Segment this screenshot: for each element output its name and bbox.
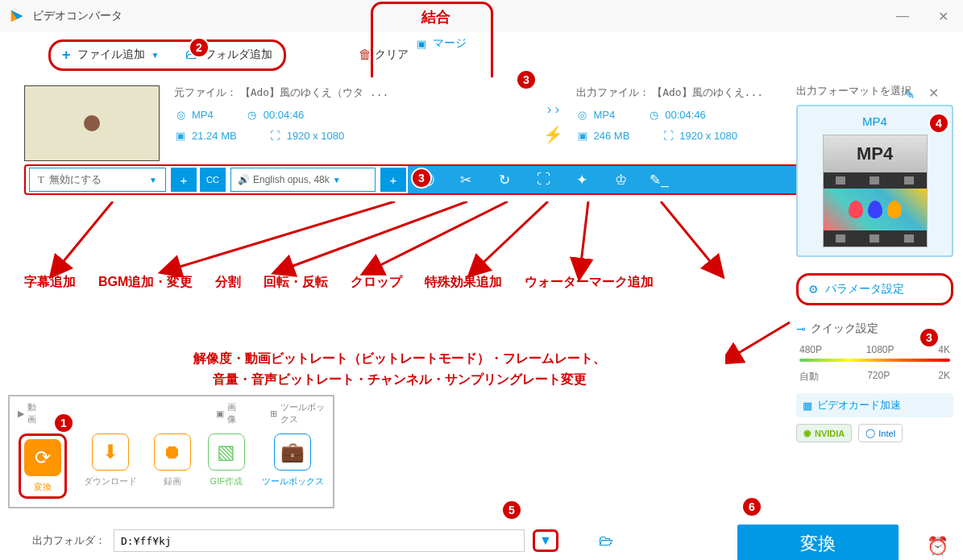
open-folder-button[interactable]: 🗁 bbox=[599, 533, 613, 550]
close-button[interactable]: ✕ bbox=[932, 6, 955, 27]
combine-label: 結合 bbox=[421, 7, 450, 27]
cut-button[interactable]: ✂ bbox=[446, 166, 485, 193]
output-resolution: 1920 x 1080 bbox=[679, 130, 737, 142]
arrow-icon: › › bbox=[547, 102, 559, 117]
param-annotation: 解像度・動画ビットレート（ビットレートモード）・フレームレート、 音量・音声ビッ… bbox=[193, 348, 606, 389]
convert-button[interactable]: 変換 bbox=[737, 525, 899, 560]
merge-button[interactable]: ▣ マージ bbox=[409, 31, 475, 56]
svg-line-1 bbox=[169, 201, 395, 270]
resolution-slider[interactable] bbox=[799, 359, 950, 362]
crop-button[interactable]: ⛶ bbox=[524, 166, 562, 193]
format-thumbnail: MP4 bbox=[823, 135, 928, 247]
add-file-group: + ファイル追加 ▼ 🗁 フォルダ追加 bbox=[48, 39, 286, 71]
format-icon: ◎ bbox=[174, 108, 187, 121]
convert-icon: ⟳ bbox=[24, 439, 61, 476]
source-info: 元ファイル： 【Ado】風のゆくえ（ウタ ... ◎MP4 ◷00:04:46 … bbox=[168, 85, 538, 161]
parameter-settings-button[interactable]: ⚙ パラメータ設定 bbox=[796, 273, 953, 305]
mode-toolbox[interactable]: 💼 ツールボックス bbox=[262, 433, 324, 499]
minimize-button[interactable]: — bbox=[890, 6, 915, 27]
text-icon: T bbox=[38, 173, 44, 186]
add-file-button[interactable]: ファイル追加 bbox=[77, 48, 145, 62]
source-resolution: 1920 x 1080 bbox=[287, 130, 345, 142]
output-format: MP4 bbox=[594, 109, 616, 121]
source-filename: 【Ado】風のゆくえ（ウタ ... bbox=[240, 86, 389, 98]
source-duration: 00:04:46 bbox=[264, 109, 305, 121]
step-badge-3c: 3 bbox=[919, 327, 940, 348]
output-filename: 【Ado】風のゆくえ... bbox=[652, 86, 763, 98]
gpu-acceleration-toggle[interactable]: ▦ ビデオカード加速 bbox=[796, 393, 953, 417]
edit-tool-annotations: 字幕追加 BGM追加・変更 分割 回転・反転 クロップ 特殊効果追加 ウォーター… bbox=[24, 274, 654, 291]
toolbox-icon: 💼 bbox=[274, 433, 311, 471]
svg-line-6 bbox=[661, 201, 717, 270]
mode-convert[interactable]: ⟳ 変換 bbox=[19, 433, 67, 499]
intel-badge: ◯Intel bbox=[858, 424, 903, 442]
effects-button[interactable]: ✦ bbox=[562, 166, 601, 193]
tab-image[interactable]: ▣ 画像 bbox=[216, 401, 238, 425]
subtitle-select[interactable]: T 無効にする ▼ bbox=[29, 168, 166, 192]
svg-line-4 bbox=[475, 201, 548, 270]
svg-line-3 bbox=[371, 201, 508, 270]
svg-line-5 bbox=[580, 201, 588, 270]
plus-icon: + bbox=[62, 47, 71, 64]
format-name: MP4 bbox=[806, 114, 944, 128]
mode-download[interactable]: ⬇ ダウンロード bbox=[84, 433, 137, 499]
logo-icon bbox=[8, 7, 26, 25]
add-audio-button[interactable]: + bbox=[380, 168, 406, 192]
schedule-button[interactable]: ⏰ bbox=[927, 536, 948, 557]
chevron-down-icon[interactable]: ▼ bbox=[152, 51, 160, 60]
tab-toolbox[interactable]: ⊞ ツールボックス bbox=[270, 401, 325, 425]
app-logo: ビデオコンバータ bbox=[8, 7, 122, 25]
cc-button[interactable]: CC bbox=[200, 168, 226, 192]
merge-icon: ▣ bbox=[417, 38, 426, 50]
resolution-icon: ⛶ bbox=[269, 129, 282, 142]
mode-gif[interactable]: ▧ GIF作成 bbox=[208, 433, 245, 499]
rotate-button[interactable]: ↻ bbox=[485, 166, 524, 193]
svg-line-2 bbox=[282, 201, 467, 270]
resolution-icon: ⛶ bbox=[662, 129, 675, 142]
chip-icon: ▦ bbox=[803, 400, 812, 412]
chevron-down-icon: ▼ bbox=[333, 176, 341, 185]
step-badge-1: 1 bbox=[53, 413, 74, 433]
annotation-arrows bbox=[16, 201, 790, 282]
step-badge-4: 4 bbox=[928, 113, 949, 134]
output-format-label: 出力フォーマットを選択 bbox=[796, 84, 953, 98]
chevron-down-icon: ▼ bbox=[149, 176, 157, 185]
intel-icon: ◯ bbox=[865, 428, 875, 438]
output-size: 246 MB bbox=[594, 130, 630, 142]
right-panel: 出力フォーマットを選択 MP4 MP4 ⚙ パラメータ設定 ⊸ クイック設定 4… bbox=[796, 84, 953, 442]
step-badge-3b: 3 bbox=[411, 168, 432, 189]
watermark-button[interactable]: ♔ bbox=[601, 166, 640, 193]
svg-line-7 bbox=[729, 322, 790, 359]
step-badge-6: 6 bbox=[741, 496, 762, 517]
trash-icon: 🗑 bbox=[359, 48, 372, 62]
output-label: 出力ファイル： bbox=[576, 86, 650, 98]
subtitle-edit-button[interactable]: ✎_ bbox=[640, 166, 679, 193]
download-icon: ⬇ bbox=[92, 433, 129, 471]
audio-select[interactable]: 🔊 English opus, 48k ▼ bbox=[230, 168, 376, 192]
nvidia-icon: ◉ bbox=[803, 428, 811, 438]
app-title: ビデオコンバータ bbox=[32, 9, 122, 23]
window-controls: — ✕ bbox=[890, 6, 955, 27]
source-size: 21.24 MB bbox=[192, 130, 237, 142]
nvidia-badge: ◉NVIDIA bbox=[796, 424, 852, 442]
svg-line-0 bbox=[56, 201, 113, 270]
step-badge-2: 2 bbox=[189, 37, 210, 58]
gif-icon: ▧ bbox=[208, 433, 245, 471]
add-folder-button[interactable]: フォルダ追加 bbox=[205, 48, 272, 62]
sliders-icon: ⚙ bbox=[808, 283, 819, 296]
folder-icon: ▣ bbox=[174, 129, 187, 142]
gpu-vendors: ◉NVIDIA ◯Intel bbox=[796, 424, 953, 442]
output-folder-dropdown[interactable]: ▼ bbox=[533, 529, 558, 552]
clock-icon: ◷ bbox=[246, 108, 259, 121]
add-subtitle-button[interactable]: + bbox=[171, 168, 197, 192]
source-label: 元ファイル： bbox=[174, 86, 237, 98]
step-badge-3a: 3 bbox=[516, 69, 537, 90]
output-folder-input[interactable] bbox=[114, 529, 525, 552]
mode-record[interactable]: ⏺ 録画 bbox=[154, 433, 191, 499]
folder-icon: ▣ bbox=[576, 129, 589, 142]
step-badge-5: 5 bbox=[501, 500, 522, 521]
tab-video[interactable]: ▶ 動画 bbox=[18, 401, 39, 425]
lightning-icon: ⚡ bbox=[543, 125, 563, 144]
source-format: MP4 bbox=[192, 109, 214, 121]
video-thumbnail[interactable] bbox=[24, 85, 160, 161]
